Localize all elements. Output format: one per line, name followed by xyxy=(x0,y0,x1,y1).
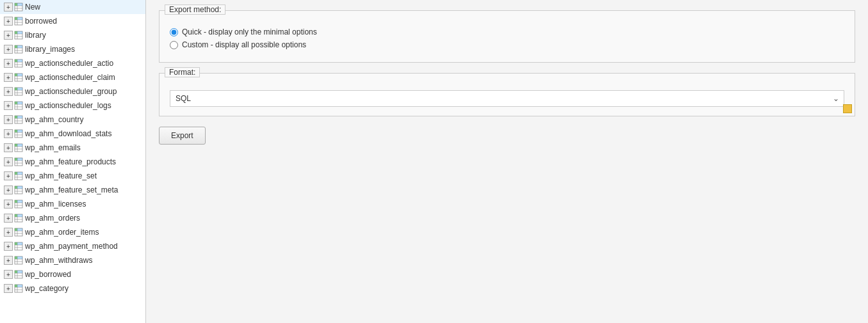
tree-item[interactable]: + library_images xyxy=(0,42,145,56)
tree-expand-icon[interactable]: + xyxy=(4,270,13,279)
tree-expand-icon[interactable]: + xyxy=(4,45,13,54)
tree-item[interactable]: + wp_ahm_emails xyxy=(0,141,145,155)
tree-expand-icon[interactable]: + xyxy=(4,73,13,82)
tree-item[interactable]: + wp_ahm_withdraws xyxy=(0,253,145,267)
tree-expand-icon[interactable]: + xyxy=(4,87,13,96)
svg-rect-94 xyxy=(15,214,17,217)
tree-item[interactable]: + wp_actionscheduler_group xyxy=(0,84,145,98)
tree-item[interactable]: + New xyxy=(0,0,145,14)
tree-expand-icon[interactable]: + xyxy=(4,129,13,138)
format-content: SQLCSVJSONXML ⌄ xyxy=(160,79,855,116)
table-icon xyxy=(14,171,23,180)
svg-rect-106 xyxy=(15,242,17,245)
table-icon xyxy=(14,200,23,209)
tree-item-label: wp_category xyxy=(25,283,69,294)
svg-rect-41 xyxy=(17,88,22,90)
tree-expand-icon[interactable]: + xyxy=(4,284,13,293)
format-fieldset: Format: SQLCSVJSONXML ⌄ xyxy=(159,73,855,116)
table-icon xyxy=(14,73,23,82)
tree-item[interactable]: + wp_borrowed xyxy=(0,267,145,281)
sidebar-tree[interactable]: + New+ borrowed+ library+ xyxy=(0,0,146,323)
tree-expand-icon[interactable]: + xyxy=(4,185,13,194)
tree-expand-icon[interactable]: + xyxy=(4,115,13,124)
tree-item[interactable]: + wp_category xyxy=(0,281,145,295)
tree-item-label: wp_ahm_orders xyxy=(25,212,80,224)
radio-quick-input[interactable] xyxy=(170,28,178,36)
radio-custom-option[interactable]: Custom - display all possible options xyxy=(170,40,844,49)
export-button[interactable]: Export xyxy=(159,127,206,145)
tree-item[interactable]: + wp_actionscheduler_claim xyxy=(0,70,145,84)
radio-custom-label[interactable]: Custom - display all possible options xyxy=(182,40,306,49)
svg-rect-47 xyxy=(17,102,22,104)
table-icon xyxy=(14,270,23,279)
table-icon xyxy=(14,214,23,223)
format-select[interactable]: SQLCSVJSONXML xyxy=(170,90,844,107)
tree-item-label: library xyxy=(25,29,46,41)
tree-item-label: library_images xyxy=(25,43,75,55)
tree-expand-icon[interactable]: + xyxy=(4,3,13,12)
tree-item[interactable]: + wp_ahm_payment_method xyxy=(0,239,145,253)
tree-expand-icon[interactable]: + xyxy=(4,242,13,251)
svg-rect-118 xyxy=(15,271,17,273)
svg-rect-17 xyxy=(17,31,22,34)
svg-rect-119 xyxy=(17,271,22,273)
table-icon xyxy=(14,101,23,110)
tree-expand-icon[interactable]: + xyxy=(4,143,13,152)
table-icon xyxy=(14,143,23,152)
tree-expand-icon[interactable]: + xyxy=(4,171,13,180)
svg-rect-52 xyxy=(15,116,17,118)
svg-rect-88 xyxy=(15,200,17,203)
export-method-fieldset: Export method: Quick - display only the … xyxy=(159,10,855,63)
tree-expand-icon[interactable]: + xyxy=(4,200,13,209)
tree-item[interactable]: + library xyxy=(0,28,145,42)
tree-item[interactable]: + wp_actionscheduler_logs xyxy=(0,98,145,113)
tree-item[interactable]: + borrowed xyxy=(0,14,145,28)
tree-expand-icon[interactable]: + xyxy=(4,157,13,166)
tree-expand-icon[interactable]: + xyxy=(4,31,13,40)
tree-item[interactable]: + wp_ahm_orders xyxy=(0,211,145,225)
svg-rect-40 xyxy=(15,88,17,90)
tree-expand-icon[interactable]: + xyxy=(4,59,13,68)
svg-rect-53 xyxy=(17,116,22,118)
table-icon xyxy=(14,31,23,40)
svg-rect-59 xyxy=(17,130,22,132)
tree-item[interactable]: + wp_ahm_feature_set_meta xyxy=(0,183,145,197)
tree-item-label: wp_ahm_feature_products xyxy=(25,156,116,168)
tree-item[interactable]: + wp_actionscheduler_actio xyxy=(0,56,145,70)
tree-item[interactable]: + wp_ahm_feature_products xyxy=(0,155,145,169)
svg-rect-83 xyxy=(17,186,22,189)
tree-item-label: wp_ahm_order_items xyxy=(25,226,99,238)
svg-rect-65 xyxy=(17,144,22,146)
table-icon xyxy=(14,284,23,293)
tree-item-label: wp_ahm_download_stats xyxy=(25,128,111,139)
svg-rect-23 xyxy=(17,45,22,48)
svg-rect-71 xyxy=(17,158,22,161)
tree-item[interactable]: + wp_ahm_order_items xyxy=(0,225,145,239)
tree-item-label: wp_actionscheduler_logs xyxy=(25,100,111,111)
tree-expand-icon[interactable]: + xyxy=(4,256,13,265)
tree-expand-icon[interactable]: + xyxy=(4,228,13,237)
tree-item[interactable]: + wp_ahm_feature_set xyxy=(0,169,145,183)
tree-expand-icon[interactable]: + xyxy=(4,214,13,223)
svg-rect-10 xyxy=(15,17,17,20)
svg-rect-35 xyxy=(17,74,22,76)
tree-expand-icon[interactable]: + xyxy=(4,101,13,110)
svg-rect-124 xyxy=(15,285,17,287)
radio-quick-option[interactable]: Quick - display only the minimal options xyxy=(170,28,844,36)
svg-rect-76 xyxy=(15,172,17,175)
svg-rect-4 xyxy=(15,3,17,6)
tree-item[interactable]: + wp_ahm_country xyxy=(0,113,145,127)
tree-item[interactable]: + wp_ahm_download_stats xyxy=(0,127,145,141)
export-method-legend: Export method: xyxy=(165,4,225,15)
table-icon xyxy=(14,3,23,12)
svg-rect-28 xyxy=(15,59,17,62)
radio-custom-input[interactable] xyxy=(170,41,178,49)
tree-item-label: New xyxy=(25,1,40,13)
table-icon xyxy=(14,185,23,194)
tree-item[interactable]: + wp_ahm_licenses xyxy=(0,197,145,211)
export-method-content: Quick - display only the minimal options… xyxy=(160,16,855,62)
tree-expand-icon[interactable]: + xyxy=(4,17,13,26)
svg-rect-70 xyxy=(15,158,17,161)
table-icon xyxy=(14,228,23,237)
radio-quick-label[interactable]: Quick - display only the minimal options xyxy=(182,28,317,36)
